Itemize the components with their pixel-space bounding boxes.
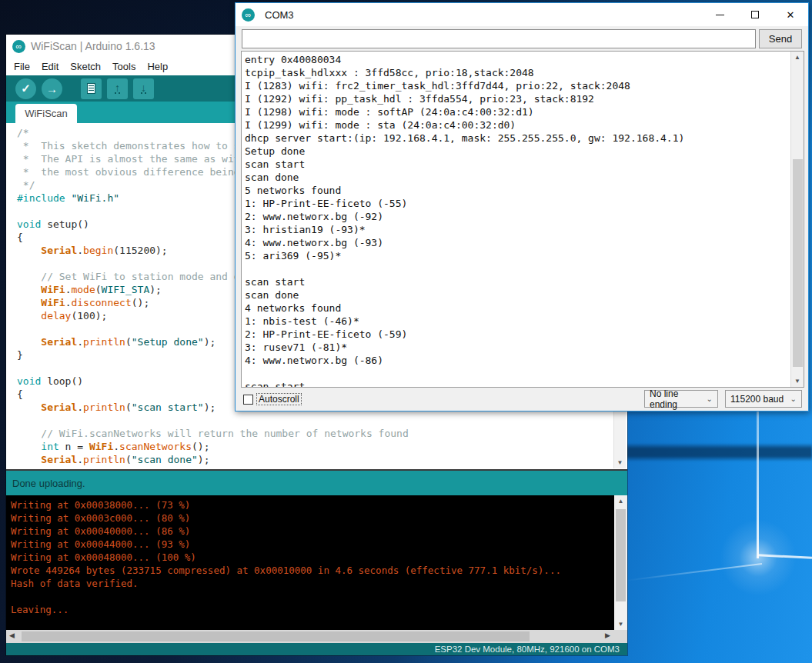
serial-output-line: I (1292) wifi: pp_task_hdl : 3ffda554, p…: [245, 92, 684, 105]
console-line: Leaving...: [11, 603, 561, 616]
autoscroll-checkbox[interactable]: [243, 395, 253, 405]
arrow-up-icon: ↑: [115, 84, 120, 94]
console-line: Hash of data verified.: [11, 577, 561, 590]
menu-edit[interactable]: Edit: [42, 61, 58, 72]
baud-rate-value: 115200 baud: [730, 394, 784, 405]
serial-output-line: scan start: [245, 158, 684, 171]
scroll-up-icon[interactable]: ▲: [614, 498, 627, 505]
upload-button[interactable]: →: [42, 78, 62, 99]
serial-output-line: 5: ari369 (-95)*: [245, 249, 684, 262]
minimize-button[interactable]: [702, 3, 737, 26]
console-line: [11, 590, 561, 603]
serial-output-line: scan start: [245, 380, 684, 388]
console-line: Writing at 0x00044000... (93 %): [11, 538, 561, 551]
code-line: int n = WiFi.scanNetworks();: [17, 440, 409, 453]
close-button[interactable]: ✕: [773, 3, 808, 26]
serial-output-area: entry 0x40080034tcpip_task_hdlxxx : 3ffd…: [241, 51, 804, 388]
wallpaper-dark-band: [626, 443, 812, 461]
serial-output-line: dhcp server start:(ip: 192.168.4.1, mask…: [245, 132, 684, 145]
arrow-right-icon: →: [46, 82, 58, 95]
upload-status-bar: Done uploading.: [6, 469, 627, 495]
scroll-right-icon[interactable]: ▶: [605, 631, 610, 639]
monitor-vertical-scrollbar[interactable]: ▲ ▼: [790, 52, 804, 387]
ide-status-bar: ESP32 Dev Module, 80MHz, 921600 on COM3: [6, 643, 627, 655]
scroll-left-icon[interactable]: ◀: [9, 631, 15, 639]
serial-output-line: scan start: [245, 275, 684, 288]
serial-output-line: [245, 367, 684, 380]
monitor-scroll-thumb[interactable]: [793, 159, 803, 367]
window-controls: ✕: [702, 3, 808, 26]
serial-output-line: entry 0x40080034: [245, 53, 684, 66]
console-text: Writing at 0x00038000... (73 %)Writing a…: [11, 498, 561, 616]
save-sketch-button[interactable]: ↓: [133, 78, 154, 99]
menu-sketch[interactable]: Sketch: [70, 61, 101, 72]
serial-output-line: 4: www.networx.bg (-86): [245, 354, 684, 367]
close-icon: ✕: [787, 9, 795, 21]
serial-output-line: tcpip_task_hdlxxx : 3ffd58cc, prio:18,st…: [245, 66, 684, 79]
serial-output-line: I (1283) wifi: frc2_timer_task_hdl:3ffd7…: [245, 79, 684, 92]
autoscroll-control[interactable]: Autoscroll: [243, 394, 301, 405]
arduino-logo-icon: ∞: [242, 8, 255, 22]
serial-output-line: scan done: [245, 171, 684, 184]
scroll-up-icon[interactable]: ▲: [791, 54, 804, 61]
arrow-down-icon: ↓: [141, 84, 146, 94]
console-line: Writing at 0x00048000... (100 %): [11, 551, 561, 564]
arduino-logo-icon: ∞: [12, 40, 25, 53]
scroll-down-icon[interactable]: ▼: [614, 459, 626, 466]
check-icon: ✓: [21, 82, 31, 95]
monitor-window-title: COM3: [265, 9, 294, 21]
board-status-text: ESP32 Dev Module, 80MHz, 921600 on COM3: [435, 645, 620, 654]
tab-wifiscan[interactable]: WiFiScan: [15, 104, 77, 123]
console-line: Wrote 449264 bytes (233715 compressed) a…: [11, 564, 561, 577]
serial-output-line: 3: hristian19 (-93)*: [245, 223, 684, 236]
new-sketch-button[interactable]: [81, 78, 102, 99]
serial-input[interactable]: [242, 29, 756, 48]
upload-status-text: Done uploading.: [12, 478, 85, 489]
serial-output-line: 4: www.networx.bg (-93): [245, 236, 684, 249]
send-button[interactable]: Send: [759, 29, 802, 48]
open-sketch-button[interactable]: ↑: [107, 78, 128, 99]
console-line: Writing at 0x0003c000... (80 %): [11, 511, 561, 525]
wallpaper-glow: [720, 519, 797, 596]
baud-rate-dropdown[interactable]: 115200 baud ⌄: [725, 390, 802, 408]
monitor-bottom-bar: Autoscroll No line ending ⌄ 115200 baud …: [236, 388, 808, 411]
line-ending-dropdown[interactable]: No line ending ⌄: [644, 390, 718, 408]
code-line: Serial.println("scan done");: [17, 453, 409, 466]
serial-output-line: Setup done: [245, 145, 684, 158]
serial-output-line: 1: nbis-test (-46)*: [245, 315, 684, 328]
serial-output-line: 5 networks found: [245, 184, 684, 197]
serial-output-line: 2: www.networx.bg (-92): [245, 210, 684, 223]
chevron-down-icon: ⌄: [790, 395, 797, 403]
console-vertical-scrollbar[interactable]: ▲ ▼: [614, 495, 627, 630]
serial-monitor-window: ∞ COM3 ✕ Send entry 0x40080034tcpip_task…: [235, 2, 809, 411]
serial-output-line: [245, 262, 684, 275]
ide-window-title: WiFiScan | Arduino 1.6.13: [31, 40, 155, 52]
code-line: [17, 414, 409, 427]
serial-output-line: I (1299) wifi: mode : sta (24:0a:c4:00:3…: [245, 118, 684, 132]
scroll-down-icon[interactable]: ▼: [614, 621, 627, 628]
menu-tools[interactable]: Tools: [112, 61, 135, 72]
serial-output-line: scan done: [245, 288, 684, 302]
build-console: Writing at 0x00038000... (73 %)Writing a…: [6, 495, 627, 630]
monitor-titlebar[interactable]: ∞ COM3 ✕: [236, 3, 808, 26]
line-ending-value: No line ending: [650, 388, 702, 410]
serial-output-line: 3: rusev71 (-81)*: [245, 341, 684, 354]
serial-output-line: 4 networks found: [245, 302, 684, 315]
serial-output-line: I (1298) wifi: mode : softAP (24:0a:c4:0…: [245, 105, 684, 118]
document-icon: [87, 83, 95, 94]
scroll-down-icon[interactable]: ▼: [791, 378, 804, 385]
horizontal-scroll-thumb[interactable]: [22, 631, 530, 641]
serial-input-row: Send: [236, 28, 808, 50]
menu-help[interactable]: Help: [147, 61, 168, 72]
verify-button[interactable]: ✓: [15, 78, 36, 99]
autoscroll-label: Autoscroll: [257, 394, 301, 405]
code-line: // WiFi.scanNetworks will return the num…: [17, 427, 409, 440]
console-line: Writing at 0x00038000... (73 %): [11, 498, 561, 511]
chevron-down-icon: ⌄: [707, 395, 713, 403]
console-scroll-thumb[interactable]: [616, 509, 626, 601]
menu-file[interactable]: File: [14, 61, 30, 72]
console-horizontal-scrollbar[interactable]: ◀ ▶: [6, 630, 627, 643]
minimize-icon: [716, 15, 724, 15]
serial-output-text: entry 0x40080034tcpip_task_hdlxxx : 3ffd…: [245, 53, 684, 388]
maximize-button[interactable]: [737, 3, 773, 26]
